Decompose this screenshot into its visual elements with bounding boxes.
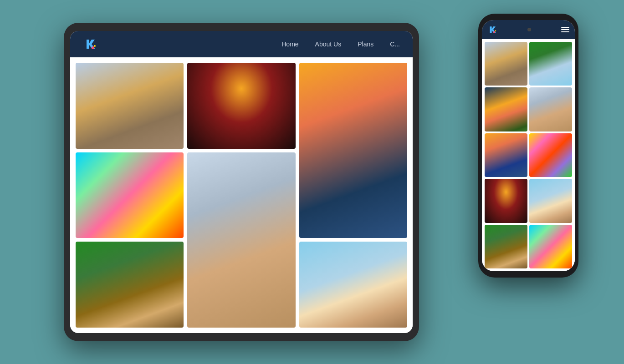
phone-gallery-sunset xyxy=(485,87,527,131)
gallery-image-deer xyxy=(76,242,184,328)
tablet-logo xyxy=(83,37,97,51)
nav-plans[interactable]: Plans xyxy=(358,40,373,48)
phone-screen xyxy=(482,20,575,271)
gallery-image-group xyxy=(299,242,407,328)
phone-gallery-deer xyxy=(485,225,527,268)
phone-gallery-group xyxy=(529,179,572,222)
tablet-device: Home About Us Plans C... xyxy=(64,23,419,341)
phone-gallery-dog xyxy=(529,87,572,131)
tablet-nav-links: Home About Us Plans C... xyxy=(281,40,400,48)
phone-gallery-tulips xyxy=(529,133,572,177)
phone-logo-icon xyxy=(487,25,497,35)
svg-point-0 xyxy=(92,46,94,49)
phone-gallery-powder xyxy=(529,225,572,268)
phone-gallery-waterfall xyxy=(529,42,572,86)
gallery-image-dog xyxy=(187,152,295,328)
svg-point-3 xyxy=(495,30,496,31)
svg-point-1 xyxy=(94,45,96,47)
gallery-image-balloon xyxy=(76,63,184,149)
hamburger-menu-icon[interactable] xyxy=(561,27,569,32)
nav-about[interactable]: About Us xyxy=(315,40,342,48)
logo-icon xyxy=(83,37,97,51)
nav-home[interactable]: Home xyxy=(281,40,298,48)
phone-gallery xyxy=(482,39,575,271)
phone-gallery-friends xyxy=(485,133,527,177)
svg-point-2 xyxy=(493,31,495,33)
phone-camera xyxy=(527,28,531,31)
gallery-image-concert xyxy=(187,63,295,149)
tablet-gallery xyxy=(70,57,413,333)
nav-contact[interactable]: C... xyxy=(390,40,400,48)
phone-gallery-balloon xyxy=(485,42,527,86)
tablet-navbar: Home About Us Plans C... xyxy=(70,31,413,57)
phone-gallery-concert xyxy=(485,179,527,222)
gallery-image-powder xyxy=(76,152,184,238)
phone-device xyxy=(478,14,578,278)
gallery-image-people-sunset xyxy=(299,63,407,238)
phone-navbar xyxy=(482,20,575,39)
tablet-screen: Home About Us Plans C... xyxy=(70,31,413,333)
